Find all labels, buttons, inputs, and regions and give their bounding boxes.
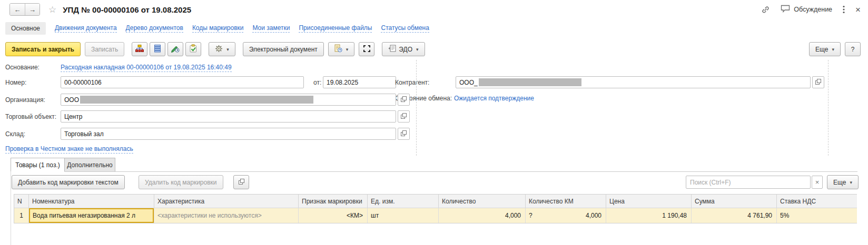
window-header: ← → ☆ УПД № 00-00000106 от 19.08.2025 Об… bbox=[0, 0, 868, 19]
more-button[interactable]: Еще ▾ bbox=[809, 42, 841, 56]
forward-button[interactable]: → bbox=[25, 4, 40, 15]
nav-link-document-movements[interactable]: Движения документа bbox=[55, 24, 117, 33]
favorite-star-icon[interactable]: ☆ bbox=[48, 4, 56, 15]
caret-down-icon: ▾ bbox=[416, 47, 419, 52]
nav-link-my-notes[interactable]: Мои заметки bbox=[252, 24, 290, 33]
choose-icon bbox=[401, 96, 407, 104]
date-value: 19.08.2025 bbox=[327, 79, 358, 86]
gear-icon bbox=[215, 45, 223, 54]
km-question-mark: ? bbox=[529, 212, 532, 219]
caret-down-icon: ▾ bbox=[226, 47, 229, 52]
honest-sign-check-link[interactable]: Проверка в Честном знаке не выполнялась bbox=[5, 145, 133, 154]
more-menu-icon[interactable] bbox=[843, 5, 845, 14]
goods-toolbar: Добавить код маркировки текстом Удалить … bbox=[0, 175, 868, 189]
warehouse-value: Торговый зал bbox=[64, 130, 104, 138]
fullscreen-button[interactable] bbox=[359, 42, 374, 56]
nomenclature-value: Вода питьевая негазированная 2 л bbox=[33, 212, 135, 219]
help-button[interactable]: ? bbox=[845, 42, 861, 56]
close-icon[interactable]: × bbox=[855, 5, 861, 14]
tab-goods[interactable]: Товары (1 поз.) bbox=[11, 158, 65, 172]
print-settings-button[interactable]: ▾ bbox=[209, 42, 235, 56]
cell-characteristic[interactable]: <характеристики не используются> bbox=[154, 208, 299, 223]
col-header-quantity[interactable]: Количество bbox=[439, 195, 526, 208]
number-field[interactable]: 00-00000106 bbox=[61, 76, 304, 88]
choose-rows-button[interactable] bbox=[233, 175, 249, 189]
selected-cell: Вода питьевая негазированная 2 л bbox=[29, 208, 154, 223]
organization-value: ООО bbox=[64, 96, 79, 104]
cell-sum[interactable]: 4 761,90 bbox=[692, 208, 777, 223]
number-label: Номер: bbox=[5, 79, 26, 86]
date-field[interactable]: 19.08.2025 bbox=[323, 76, 396, 88]
check-fill-button[interactable] bbox=[185, 42, 201, 56]
choose-icon bbox=[401, 130, 407, 138]
trade-object-choose-button[interactable] bbox=[398, 110, 410, 122]
col-header-unit[interactable]: Ед. изм. bbox=[368, 195, 439, 208]
tab-additional[interactable]: Дополнительно bbox=[64, 158, 115, 172]
register-records-button[interactable] bbox=[150, 42, 165, 56]
warehouse-label: Склад: bbox=[5, 130, 25, 138]
nav-link-marking-codes[interactable]: Коды маркировки bbox=[192, 24, 244, 33]
caret-down-icon: ▾ bbox=[850, 180, 852, 185]
tab-goods-label: Товары (1 поз.) bbox=[15, 161, 60, 169]
warehouse-field[interactable]: Торговый зал bbox=[61, 128, 396, 140]
nav-link-document-tree[interactable]: Дерево документов bbox=[126, 24, 183, 33]
col-header-sum[interactable]: Сумма bbox=[692, 195, 777, 208]
cell-unit[interactable]: шт bbox=[368, 208, 439, 223]
col-header-characteristic[interactable]: Характеристика bbox=[154, 195, 299, 208]
command-bar: Записать и закрыть Записать bbox=[5, 42, 861, 56]
cell-km-quantity[interactable]: ? 4,000 bbox=[526, 208, 606, 223]
trade-object-field[interactable]: Центр bbox=[61, 110, 396, 122]
form-right-separator bbox=[828, 60, 828, 156]
cell-nomenclature[interactable]: Вода питьевая негазированная 2 л bbox=[29, 208, 154, 223]
col-header-n[interactable]: N bbox=[14, 195, 29, 208]
electronic-document-button[interactable]: Электронный документ bbox=[243, 42, 324, 56]
organization-choose-button[interactable] bbox=[398, 94, 410, 106]
tab-main[interactable]: Основное bbox=[5, 22, 46, 35]
back-button[interactable]: ← bbox=[10, 4, 25, 15]
save-and-close-button[interactable]: Записать и закрыть bbox=[5, 42, 81, 56]
trade-object-label: Торговый объект: bbox=[5, 113, 56, 120]
edo-button[interactable]: ЭДО ▾ bbox=[382, 42, 425, 56]
table-header-row: N Номенклатура Характеристика Признак ма… bbox=[14, 195, 857, 208]
table-more-button[interactable]: Еще ▾ bbox=[827, 175, 859, 189]
search-input[interactable] bbox=[686, 176, 811, 189]
get-link-icon[interactable] bbox=[761, 5, 770, 14]
col-header-km-quantity[interactable]: Количество КМ bbox=[526, 195, 606, 208]
header-actions: Обсуждение × bbox=[761, 5, 861, 14]
add-marking-code-button[interactable]: Добавить код маркировки текстом bbox=[12, 175, 125, 189]
forward-icon: → bbox=[29, 6, 36, 14]
discussion-icon bbox=[781, 5, 790, 14]
counterparty-field[interactable]: ООО_ bbox=[456, 76, 811, 88]
col-header-nomenclature[interactable]: Номенклатура bbox=[29, 195, 154, 208]
discussion-button[interactable]: Обсуждение bbox=[781, 5, 832, 14]
delete-marking-code-button[interactable]: Удалить код маркировки bbox=[139, 175, 223, 189]
exchange-state-link[interactable]: Ожидается подтверждение bbox=[454, 95, 534, 103]
back-icon: ← bbox=[14, 6, 21, 14]
col-header-marking-sign[interactable]: Признак маркировки bbox=[299, 195, 368, 208]
organization-field[interactable]: ООО bbox=[61, 94, 396, 106]
sign-history-button[interactable] bbox=[167, 42, 183, 56]
col-header-vat[interactable]: Ставка НДС bbox=[777, 195, 857, 208]
nav-link-attached-files[interactable]: Присоединенные файлы bbox=[299, 24, 372, 33]
cell-marking-sign[interactable]: <КМ> bbox=[299, 208, 368, 223]
col-header-price[interactable]: Цена bbox=[606, 195, 692, 208]
cell-vat[interactable]: 5% bbox=[777, 208, 857, 223]
number-value: 00-00000106 bbox=[64, 79, 102, 86]
warehouse-choose-button[interactable] bbox=[398, 128, 410, 140]
tab-additional-label: Дополнительно bbox=[67, 161, 112, 169]
redacted-block bbox=[479, 78, 581, 86]
cell-quantity[interactable]: 4,000 bbox=[439, 208, 526, 223]
save-button[interactable]: Записать bbox=[85, 42, 124, 56]
nav-link-exchange-statuses[interactable]: Статусы обмена bbox=[381, 24, 429, 33]
basis-document-link[interactable]: Расходная накладная 00-00000106 от 19.08… bbox=[61, 64, 232, 72]
counterparty-value: ООО_ bbox=[459, 79, 478, 86]
register-icon bbox=[154, 45, 161, 54]
cell-price[interactable]: 1 190,48 bbox=[606, 208, 692, 223]
counterparty-choose-button[interactable] bbox=[812, 76, 824, 88]
document-time-button[interactable]: ▾ bbox=[328, 42, 355, 56]
subordination-structure-button[interactable] bbox=[132, 42, 147, 56]
cell-n[interactable]: 1 bbox=[14, 208, 29, 223]
search-clear-icon[interactable]: × bbox=[812, 176, 823, 189]
basis-label: Основание: bbox=[5, 64, 40, 71]
fullscreen-icon bbox=[363, 45, 370, 54]
